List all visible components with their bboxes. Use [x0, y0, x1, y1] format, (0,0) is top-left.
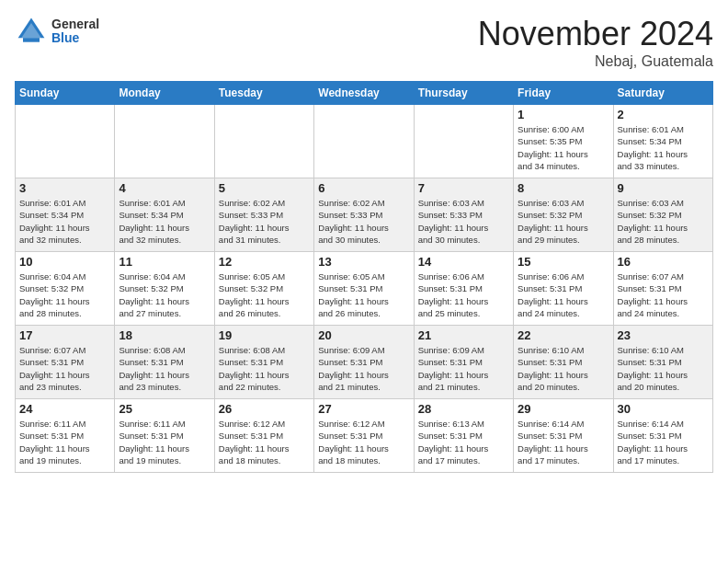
week-row-1: 1Sunrise: 6:00 AMSunset: 5:35 PMDaylight…: [16, 105, 713, 178]
calendar-cell-4-1: 17Sunrise: 6:07 AMSunset: 5:31 PMDayligh…: [16, 326, 115, 399]
day-number: 16: [618, 255, 709, 269]
day-info: Sunrise: 6:09 AMSunset: 5:31 PMDaylight:…: [418, 344, 509, 393]
calendar-cell-1-1: [16, 105, 115, 178]
day-number: 10: [19, 255, 110, 269]
day-number: 13: [318, 255, 409, 269]
col-wednesday: Wednesday: [314, 82, 414, 105]
day-info: Sunrise: 6:05 AMSunset: 5:31 PMDaylight:…: [318, 270, 409, 319]
day-info: Sunrise: 6:02 AMSunset: 5:33 PMDaylight:…: [219, 197, 310, 246]
title-block: November 2024 Nebaj, Guatemala: [478, 15, 713, 70]
col-thursday: Thursday: [414, 82, 513, 105]
calendar-body: 1Sunrise: 6:00 AMSunset: 5:35 PMDaylight…: [16, 105, 713, 473]
day-number: 11: [119, 255, 210, 269]
calendar-cell-2-1: 3Sunrise: 6:01 AMSunset: 5:34 PMDaylight…: [16, 178, 115, 252]
day-number: 14: [418, 255, 509, 269]
day-info: Sunrise: 6:05 AMSunset: 5:32 PMDaylight:…: [219, 270, 310, 319]
page: General Blue November 2024 Nebaj, Guatem…: [0, 0, 728, 482]
day-number: 29: [518, 402, 609, 416]
calendar-cell-2-6: 8Sunrise: 6:03 AMSunset: 5:32 PMDaylight…: [514, 178, 613, 252]
calendar-cell-5-4: 27Sunrise: 6:12 AMSunset: 5:31 PMDayligh…: [314, 399, 414, 473]
location: Nebaj, Guatemala: [478, 53, 713, 70]
calendar-cell-5-7: 30Sunrise: 6:14 AMSunset: 5:31 PMDayligh…: [613, 399, 712, 473]
calendar-cell-1-5: [414, 105, 513, 178]
logo-text: General Blue: [51, 17, 99, 46]
calendar-cell-1-4: [314, 105, 414, 178]
day-number: 26: [219, 402, 310, 416]
day-number: 21: [418, 328, 509, 342]
day-info: Sunrise: 6:10 AMSunset: 5:31 PMDaylight:…: [518, 344, 609, 393]
day-info: Sunrise: 6:04 AMSunset: 5:32 PMDaylight:…: [19, 270, 110, 319]
calendar-cell-5-5: 28Sunrise: 6:13 AMSunset: 5:31 PMDayligh…: [414, 399, 513, 473]
day-info: Sunrise: 6:02 AMSunset: 5:33 PMDaylight:…: [318, 197, 409, 246]
day-number: 8: [518, 181, 609, 195]
day-number: 3: [19, 181, 110, 195]
logo-blue: Blue: [51, 31, 99, 45]
day-info: Sunrise: 6:12 AMSunset: 5:31 PMDaylight:…: [318, 418, 409, 466]
calendar-cell-5-3: 26Sunrise: 6:12 AMSunset: 5:31 PMDayligh…: [214, 399, 313, 473]
day-info: Sunrise: 6:07 AMSunset: 5:31 PMDaylight:…: [618, 270, 709, 319]
calendar-cell-2-5: 7Sunrise: 6:03 AMSunset: 5:33 PMDaylight…: [414, 178, 513, 252]
day-number: 5: [219, 181, 310, 195]
day-number: 25: [119, 402, 210, 416]
week-row-2: 3Sunrise: 6:01 AMSunset: 5:34 PMDaylight…: [16, 178, 713, 252]
calendar-cell-2-2: 4Sunrise: 6:01 AMSunset: 5:34 PMDaylight…: [115, 178, 214, 252]
day-number: 22: [518, 328, 609, 342]
month-title: November 2024: [478, 15, 713, 53]
calendar-cell-5-1: 24Sunrise: 6:11 AMSunset: 5:31 PMDayligh…: [16, 399, 115, 473]
day-number: 17: [19, 328, 110, 342]
day-info: Sunrise: 6:11 AMSunset: 5:31 PMDaylight:…: [119, 418, 210, 466]
calendar-cell-4-4: 20Sunrise: 6:09 AMSunset: 5:31 PMDayligh…: [314, 326, 414, 399]
day-number: 30: [618, 402, 709, 416]
day-info: Sunrise: 6:06 AMSunset: 5:31 PMDaylight:…: [518, 270, 609, 319]
logo-icon: [15, 15, 48, 48]
day-info: Sunrise: 6:01 AMSunset: 5:34 PMDaylight:…: [19, 197, 110, 246]
day-info: Sunrise: 6:09 AMSunset: 5:31 PMDaylight:…: [318, 344, 409, 393]
week-row-5: 24Sunrise: 6:11 AMSunset: 5:31 PMDayligh…: [16, 399, 713, 473]
calendar-cell-3-1: 10Sunrise: 6:04 AMSunset: 5:32 PMDayligh…: [16, 252, 115, 326]
col-saturday: Saturday: [613, 82, 712, 105]
day-info: Sunrise: 6:07 AMSunset: 5:31 PMDaylight:…: [19, 344, 110, 393]
day-number: 24: [19, 402, 110, 416]
day-info: Sunrise: 6:00 AMSunset: 5:35 PMDaylight:…: [518, 123, 609, 172]
day-number: 19: [219, 328, 310, 342]
day-info: Sunrise: 6:04 AMSunset: 5:32 PMDaylight:…: [119, 270, 210, 319]
calendar-table: Sunday Monday Tuesday Wednesday Thursday…: [15, 81, 713, 473]
header: General Blue November 2024 Nebaj, Guatem…: [15, 15, 713, 70]
calendar-cell-2-3: 5Sunrise: 6:02 AMSunset: 5:33 PMDaylight…: [214, 178, 313, 252]
day-number: 15: [518, 255, 609, 269]
svg-rect-2: [23, 38, 40, 42]
col-monday: Monday: [115, 82, 214, 105]
calendar-cell-3-3: 12Sunrise: 6:05 AMSunset: 5:32 PMDayligh…: [214, 252, 313, 326]
day-info: Sunrise: 6:13 AMSunset: 5:31 PMDaylight:…: [418, 418, 509, 466]
day-number: 18: [119, 328, 210, 342]
day-number: 27: [318, 402, 409, 416]
day-number: 20: [318, 328, 409, 342]
day-info: Sunrise: 6:01 AMSunset: 5:34 PMDaylight:…: [119, 197, 210, 246]
day-info: Sunrise: 6:03 AMSunset: 5:32 PMDaylight:…: [518, 197, 609, 246]
calendar-cell-1-3: [214, 105, 313, 178]
logo: General Blue: [15, 15, 99, 48]
day-info: Sunrise: 6:03 AMSunset: 5:33 PMDaylight:…: [418, 197, 509, 246]
calendar-cell-4-2: 18Sunrise: 6:08 AMSunset: 5:31 PMDayligh…: [115, 326, 214, 399]
calendar-cell-3-7: 16Sunrise: 6:07 AMSunset: 5:31 PMDayligh…: [613, 252, 712, 326]
calendar-cell-1-7: 2Sunrise: 6:01 AMSunset: 5:34 PMDaylight…: [613, 105, 712, 178]
week-row-4: 17Sunrise: 6:07 AMSunset: 5:31 PMDayligh…: [16, 326, 713, 399]
day-info: Sunrise: 6:08 AMSunset: 5:31 PMDaylight:…: [119, 344, 210, 393]
calendar-cell-3-6: 15Sunrise: 6:06 AMSunset: 5:31 PMDayligh…: [514, 252, 613, 326]
calendar-cell-2-4: 6Sunrise: 6:02 AMSunset: 5:33 PMDaylight…: [314, 178, 414, 252]
calendar-cell-4-5: 21Sunrise: 6:09 AMSunset: 5:31 PMDayligh…: [414, 326, 513, 399]
day-number: 4: [119, 181, 210, 195]
calendar-cell-3-2: 11Sunrise: 6:04 AMSunset: 5:32 PMDayligh…: [115, 252, 214, 326]
col-friday: Friday: [514, 82, 613, 105]
calendar-cell-4-6: 22Sunrise: 6:10 AMSunset: 5:31 PMDayligh…: [514, 326, 613, 399]
day-number: 23: [618, 328, 709, 342]
col-sunday: Sunday: [16, 82, 115, 105]
day-info: Sunrise: 6:06 AMSunset: 5:31 PMDaylight:…: [418, 270, 509, 319]
calendar-cell-3-4: 13Sunrise: 6:05 AMSunset: 5:31 PMDayligh…: [314, 252, 414, 326]
day-info: Sunrise: 6:12 AMSunset: 5:31 PMDaylight:…: [219, 418, 310, 466]
day-number: 2: [618, 108, 709, 121]
calendar-cell-3-5: 14Sunrise: 6:06 AMSunset: 5:31 PMDayligh…: [414, 252, 513, 326]
calendar-cell-5-6: 29Sunrise: 6:14 AMSunset: 5:31 PMDayligh…: [514, 399, 613, 473]
col-tuesday: Tuesday: [214, 82, 313, 105]
day-number: 9: [618, 181, 709, 195]
